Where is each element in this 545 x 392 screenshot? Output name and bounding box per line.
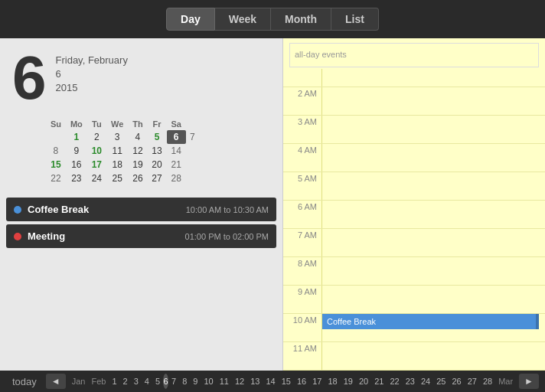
cal-cell[interactable]: 27 <box>148 172 167 185</box>
time-label: 9 AM <box>283 286 321 296</box>
strip-item[interactable]: 15 <box>279 375 294 387</box>
strip-item[interactable]: 28 <box>480 375 495 387</box>
cal-cell[interactable]: 6 <box>167 130 186 144</box>
time-row: 1 AM <box>283 69 545 87</box>
time-slot[interactable] <box>321 69 545 87</box>
cal-cell[interactable]: 16 <box>66 158 87 172</box>
strip-item[interactable]: 20 <box>356 375 371 387</box>
event-item[interactable]: Coffee Break10:00 AM to 10:30 AM <box>6 198 276 221</box>
cal-header-tu: Tu <box>87 118 106 130</box>
cal-cell[interactable]: 18 <box>106 158 129 172</box>
cal-cell[interactable]: 23 <box>66 172 87 185</box>
strip-item[interactable]: 11 <box>217 375 232 387</box>
cal-cell[interactable]: 5 <box>148 130 167 144</box>
strip-item[interactable]: 10 <box>201 375 216 387</box>
strip-item[interactable]: 18 <box>325 375 340 387</box>
tab-day[interactable]: Day <box>166 8 215 31</box>
time-slot[interactable] <box>321 116 545 143</box>
strip-item[interactable]: 8 <box>179 375 190 387</box>
cal-cell[interactable]: 2 <box>87 130 106 144</box>
time-slot[interactable]: Coffee Break <box>321 314 545 341</box>
time-label: 8 AM <box>283 257 321 268</box>
cal-header-fr: Fr <box>148 118 167 130</box>
strip-item[interactable]: 7 <box>168 375 179 387</box>
strip-item[interactable]: 4 <box>142 375 152 387</box>
cal-cell[interactable]: 14 <box>167 144 186 158</box>
time-row: 6 AM <box>283 201 545 229</box>
tab-week[interactable]: Week <box>215 8 271 31</box>
time-slot[interactable] <box>321 87 545 115</box>
all-day-row[interactable]: all-day events <box>289 43 539 67</box>
cal-cell[interactable] <box>46 130 66 144</box>
strip-item[interactable]: 22 <box>387 375 402 387</box>
cal-cell[interactable]: 4 <box>128 130 147 144</box>
strip-item[interactable]: 9 <box>190 375 201 387</box>
strip-item[interactable]: Mar <box>495 375 516 387</box>
strip-item[interactable]: 1 <box>109 375 119 387</box>
tab-month[interactable]: Month <box>271 8 331 31</box>
strip-item[interactable]: 16 <box>294 375 309 387</box>
strip-item[interactable]: 21 <box>371 375 387 387</box>
next-arrow[interactable]: ► <box>519 374 539 389</box>
prev-arrow[interactable]: ◄ <box>46 374 66 389</box>
strip-item[interactable]: 24 <box>418 375 433 387</box>
cal-cell[interactable]: 22 <box>46 172 66 185</box>
strip-item[interactable]: Feb <box>88 375 109 387</box>
cal-cell[interactable]: 3 <box>106 130 129 144</box>
time-label: 7 AM <box>283 229 321 240</box>
strip-item[interactable]: 3 <box>131 375 142 387</box>
day-number: 6 <box>12 47 47 109</box>
time-slot[interactable] <box>321 172 545 200</box>
strip-item[interactable]: 14 <box>263 375 278 387</box>
coffee-break-event-bar[interactable]: Coffee Break <box>322 314 539 329</box>
event-item[interactable]: Meeting01:00 PM to 02:00 PM <box>6 224 276 248</box>
cal-cell[interactable]: 10 <box>87 144 106 158</box>
strip-item[interactable]: 17 <box>309 375 325 387</box>
cal-cell[interactable]: 7 <box>186 130 199 144</box>
time-slot[interactable] <box>321 257 545 285</box>
cal-header-mo: Mo <box>66 118 87 130</box>
cal-cell[interactable]: 11 <box>106 144 129 158</box>
strip-item[interactable]: 13 <box>247 375 263 387</box>
time-slot[interactable] <box>321 201 545 228</box>
cal-cell[interactable]: 21 <box>167 158 186 172</box>
cal-cell[interactable]: 20 <box>148 158 167 172</box>
time-slot[interactable] <box>321 286 545 313</box>
time-grid[interactable]: 12 AM1 AM2 AM3 AM4 AM5 AM6 AM7 AM8 AM9 A… <box>283 69 545 371</box>
time-slot[interactable] <box>321 342 545 370</box>
cal-cell[interactable]: 26 <box>128 172 147 185</box>
cal-header-sa: Sa <box>167 118 186 130</box>
strip-item[interactable]: 23 <box>403 375 418 387</box>
time-label: 1 AM <box>283 69 321 70</box>
time-row: 7 AM <box>283 229 545 257</box>
day-label-num: 6 <box>56 67 128 81</box>
cal-cell[interactable]: 28 <box>167 172 186 185</box>
strip-item[interactable]: 2 <box>120 375 131 387</box>
strip-item[interactable]: 27 <box>465 375 480 387</box>
tab-list[interactable]: List <box>331 8 379 31</box>
time-slot[interactable] <box>321 144 545 172</box>
strip-item[interactable]: 6 <box>163 374 168 389</box>
strip-item[interactable]: Jan <box>69 375 89 387</box>
strip-item[interactable]: 19 <box>341 375 356 387</box>
cal-cell[interactable]: 9 <box>66 144 87 158</box>
cal-cell[interactable]: 8 <box>46 144 66 158</box>
today-button[interactable]: today <box>6 374 43 389</box>
cal-cell[interactable]: 15 <box>46 158 66 172</box>
strip-item[interactable]: 5 <box>152 375 163 387</box>
cal-cell[interactable]: 24 <box>87 172 106 185</box>
time-slot[interactable] <box>321 229 545 256</box>
cal-cell[interactable]: 17 <box>87 158 106 172</box>
cal-cell[interactable]: 25 <box>106 172 129 185</box>
strip-item[interactable]: 12 <box>232 375 247 387</box>
time-label: 11 AM <box>283 342 321 353</box>
event-resize-handle[interactable] <box>536 314 539 329</box>
cal-cell[interactable]: 19 <box>128 158 147 172</box>
cal-cell[interactable]: 12 <box>128 144 147 158</box>
event-title: Coffee Break <box>28 204 180 215</box>
cal-cell[interactable]: 1 <box>66 130 87 144</box>
main-content: 6 Friday, February 6 2015 Su Mo Tu We Th… <box>0 38 545 371</box>
strip-item[interactable]: 25 <box>433 375 449 387</box>
strip-item[interactable]: 26 <box>449 375 464 387</box>
cal-cell[interactable]: 13 <box>148 144 167 158</box>
